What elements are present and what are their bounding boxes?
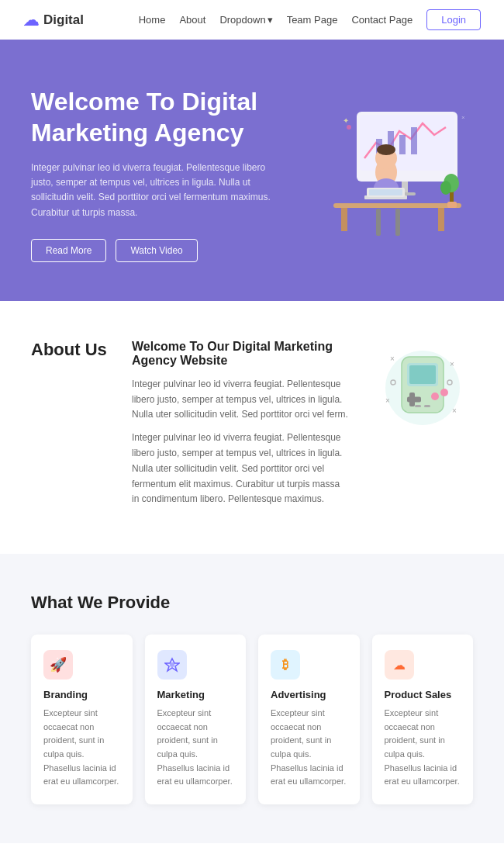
svg-rect-11: [376, 209, 381, 236]
svg-rect-10: [438, 208, 444, 231]
svg-text:×: ×: [461, 114, 465, 121]
svg-point-46: [170, 662, 174, 667]
service-name-marketing: Marketing: [157, 689, 234, 700]
service-name-advertising: Advertising: [271, 689, 347, 700]
about-left: About Us: [31, 340, 109, 360]
services-grid: 🚀 Branding Excepteur sint occaecat non p…: [31, 635, 473, 804]
brand-name: Digital: [43, 12, 84, 28]
advertising-icon: ₿: [271, 650, 300, 680]
about-center: Welcome To Our Digital Marketing Agency …: [132, 340, 349, 515]
service-desc-branding: Excepteur sint occaecat non proident, su…: [43, 707, 120, 789]
hero-content: Welcome To Digital Marketing Agency Inte…: [31, 86, 279, 262]
svg-point-16: [377, 144, 395, 155]
about-para2: Integer pulvinar leo id viverra feugiat.…: [132, 431, 349, 507]
read-more-button[interactable]: Read More: [31, 239, 106, 262]
service-name-sales: Product Sales: [385, 689, 461, 700]
svg-rect-12: [395, 209, 400, 236]
service-card-advertising: ₿ Advertising Excepteur sint occaecat no…: [258, 635, 360, 804]
svg-rect-19: [369, 189, 402, 195]
hero-buttons: Read More Watch Video: [31, 239, 279, 262]
gameboy-svg: × × × ×: [376, 340, 469, 433]
svg-text:×: ×: [452, 406, 457, 415]
nav-links: Home About Dropdown ▾ Team Page Contact …: [139, 9, 481, 30]
svg-rect-38: [409, 365, 436, 384]
svg-rect-9: [341, 208, 347, 231]
svg-point-42: [440, 389, 448, 396]
about-para1: Integer pulvinar leo id viverra feugiat.…: [132, 377, 349, 423]
chevron-down-icon: ▾: [268, 14, 273, 26]
brand-icon: ☁: [23, 11, 39, 29]
services-title: What We Provide: [31, 593, 473, 613]
svg-rect-40: [407, 396, 421, 402]
service-card-sales: ☁ Product Sales Excepteur sint occaecat …: [372, 635, 474, 804]
nav-dropdown[interactable]: Dropdown ▾: [219, 14, 272, 26]
svg-point-25: [464, 172, 467, 175]
watch-video-button[interactable]: Watch Video: [116, 239, 197, 262]
svg-text:✦: ✦: [343, 116, 349, 125]
svg-point-41: [431, 393, 439, 400]
svg-rect-1: [360, 115, 454, 171]
hero-description: Integer pulvinar leo id viverra feugiat.…: [31, 161, 279, 220]
service-name-branding: Branding: [43, 689, 120, 700]
login-button[interactable]: Login: [426, 9, 481, 30]
svg-point-22: [440, 181, 451, 195]
service-card-marketing: Marketing Excepteur sint occaecat non pr…: [145, 635, 247, 804]
hero-section: Welcome To Digital Marketing Agency Inte…: [0, 40, 504, 301]
svg-rect-44: [424, 405, 430, 407]
svg-rect-4: [399, 135, 406, 154]
about-subtitle: Welcome To Our Digital Marketing Agency …: [132, 340, 349, 368]
hero-illustration: ✦ ×: [287, 96, 473, 251]
svg-rect-8: [333, 203, 461, 208]
service-desc-sales: Excepteur sint occaecat non proident, su…: [385, 707, 461, 789]
svg-rect-23: [447, 202, 457, 208]
nav-home[interactable]: Home: [139, 14, 166, 26]
svg-text:×: ×: [450, 360, 454, 368]
nav-contact[interactable]: Contact Page: [351, 14, 413, 26]
hero-svg: ✦ ×: [287, 96, 473, 251]
navbar: ☁ Digital Home About Dropdown ▾ Team Pag…: [0, 0, 504, 40]
svg-rect-43: [415, 405, 421, 407]
service-card-branding: 🚀 Branding Excepteur sint occaecat non p…: [31, 635, 133, 804]
svg-rect-5: [411, 127, 417, 154]
service-desc-marketing: Excepteur sint occaecat non proident, su…: [157, 707, 234, 789]
branding-icon: 🚀: [43, 650, 73, 680]
service-desc-advertising: Excepteur sint occaecat non proident, su…: [271, 707, 347, 789]
svg-point-24: [347, 125, 351, 130]
nav-team[interactable]: Team Page: [287, 14, 338, 26]
svg-text:×: ×: [390, 354, 395, 363]
about-illustration: × × × ×: [372, 340, 473, 433]
services-section: What We Provide 🚀 Branding Excepteur sin…: [0, 554, 504, 843]
about-section: About Us Welcome To Our Digital Marketin…: [0, 301, 504, 554]
svg-text:×: ×: [385, 396, 390, 405]
about-title: About Us: [31, 340, 109, 360]
nav-about[interactable]: About: [179, 14, 205, 26]
marketing-icon: [157, 650, 187, 680]
hero-title: Welcome To Digital Marketing Agency: [31, 86, 279, 148]
brand-logo[interactable]: ☁ Digital: [23, 11, 84, 29]
sales-icon: ☁: [385, 650, 414, 680]
process-section: Marketing Process × × × ×: [0, 843, 504, 868]
